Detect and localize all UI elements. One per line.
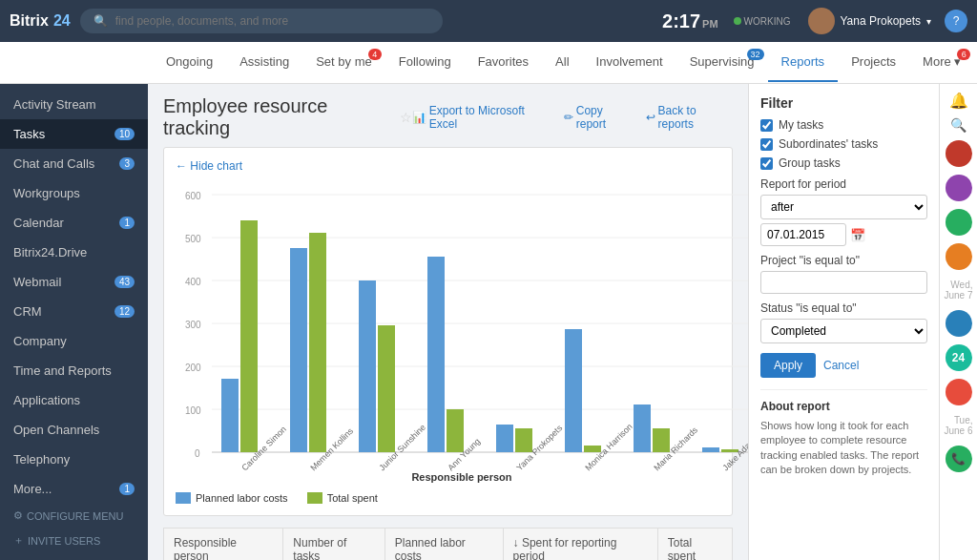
bar-planned-8 [702, 447, 719, 452]
activity-avatar-1 [946, 140, 972, 167]
sidebar-item-telephony[interactable]: Telephony [0, 445, 148, 474]
time-value: 2:17 [662, 10, 700, 32]
sidebar-chat-badge: 3 [119, 157, 135, 170]
tab-assisting[interactable]: Assisting [226, 43, 302, 82]
bar-planned-7 [634, 404, 651, 452]
search-bar[interactable]: 🔍 [80, 9, 443, 33]
group-tasks-checkbox[interactable] [760, 157, 773, 170]
bar-planned-5 [496, 425, 513, 452]
col-header-spent: ↓ Spent for reporting period [503, 529, 657, 561]
sidebar-item-company[interactable]: Company [0, 326, 148, 356]
user-info[interactable]: Yana Prokopets ▾ [808, 8, 932, 34]
sidebar-item-tasks[interactable]: Tasks 10 [0, 119, 148, 149]
col-header-total: Total spent [657, 529, 732, 561]
bitrix24-logo-small: 24 [946, 344, 972, 371]
sidebar-item-more[interactable]: More... 1 [0, 474, 148, 504]
tab-all[interactable]: All [542, 43, 582, 82]
search-icon-right[interactable]: 🔍 [950, 117, 967, 133]
activity-avatar-2 [946, 175, 972, 201]
legend-planned: Planned labor costs [176, 492, 288, 504]
tab-supervising[interactable]: Supervising32 [676, 43, 768, 82]
tab-ongoing[interactable]: Ongoing [153, 43, 226, 82]
group-tasks-label: Group tasks [779, 156, 841, 170]
bar-spent-7 [653, 428, 670, 452]
filter-title: Filter [760, 95, 927, 111]
configure-menu[interactable]: ⚙ CONFIGURE MENU [0, 504, 148, 528]
sidebar-item-applications[interactable]: Applications [0, 385, 148, 415]
help-button[interactable]: ? [945, 10, 967, 32]
sidebar-item-chat[interactable]: Chat and Calls 3 [0, 149, 148, 178]
tab-projects[interactable]: Projects [838, 43, 909, 82]
sidebar-item-time-reports[interactable]: Time and Reports [0, 356, 148, 385]
hide-chart-button[interactable]: ← Hide chart [176, 159, 720, 173]
filter-my-tasks[interactable]: My tasks [760, 118, 927, 132]
legend-spent-color [307, 492, 322, 504]
filter-subordinates-tasks[interactable]: Subordinates' tasks [760, 137, 927, 151]
export-excel-link[interactable]: 📊 Export to Microsoft Excel [412, 104, 552, 131]
working-label: WORKING [744, 16, 791, 27]
legend-planned-color [176, 492, 191, 504]
subordinates-tasks-checkbox[interactable] [760, 138, 773, 151]
calendar-icon[interactable]: 📅 [850, 228, 865, 242]
copy-icon: ✏ [564, 111, 573, 124]
bar-spent-1 [240, 220, 258, 452]
tab-set-by-me-badge: 4 [368, 49, 382, 60]
excel-icon: 📊 [412, 111, 426, 124]
project-label: Project "is equal to" [760, 254, 927, 267]
tab-favorites[interactable]: Favorites [465, 43, 542, 82]
bar-spent-3 [378, 325, 395, 452]
sidebar-item-activity-stream[interactable]: Activity Stream [0, 90, 148, 119]
cancel-button[interactable]: Cancel [823, 353, 859, 378]
phone-icon-circle[interactable]: 📞 [946, 446, 972, 472]
svg-text:Responsible person: Responsible person [411, 471, 511, 483]
sidebar-item-bitrix-drive[interactable]: Bitrix24.Drive [0, 238, 148, 267]
status-select[interactable]: Completed [760, 319, 927, 343]
copy-report-link[interactable]: ✏ Copy report [564, 104, 634, 131]
working-status: WORKING [734, 16, 791, 27]
topbar: Bitrix24 🔍 2:17PM WORKING Yana Prokopets… [0, 0, 977, 42]
chart-legend: Planned labor costs Total spent [176, 492, 720, 504]
svg-text:500: 500 [185, 234, 201, 244]
tab-more[interactable]: More ▾6 [909, 43, 974, 82]
tab-set-by-me[interactable]: Set by me4 [302, 43, 385, 82]
tab-following[interactable]: Following [385, 43, 465, 82]
avatar [808, 8, 835, 34]
date-label-1: Wed,June 7 [940, 278, 976, 302]
sidebar-item-open-channels[interactable]: Open Channels [0, 415, 148, 445]
filter-group-tasks[interactable]: Group tasks [760, 156, 927, 170]
invite-users[interactable]: ＋ INVITE USERS [0, 528, 148, 553]
project-input[interactable] [760, 271, 927, 294]
legend-spent-label: Total spent [327, 492, 378, 504]
tab-reports[interactable]: Reports [768, 43, 839, 82]
star-icon[interactable]: ☆ [400, 110, 412, 125]
about-report-title: About report [760, 400, 927, 413]
sidebar-tasks-badge: 10 [114, 128, 135, 140]
activity-avatar-6 [946, 379, 972, 405]
subordinates-tasks-label: Subordinates' tasks [779, 137, 878, 151]
apply-button[interactable]: Apply [760, 353, 816, 378]
date-input[interactable] [760, 223, 846, 246]
back-to-reports-link[interactable]: ↩ Back to reports [646, 104, 733, 131]
my-tasks-checkbox[interactable] [760, 119, 773, 132]
chart-wrapper: 0 100 200 300 400 500 600 [176, 180, 720, 504]
clock: 2:17PM [662, 10, 718, 32]
bell-icon[interactable]: 🔔 [949, 92, 968, 110]
period-select[interactable]: after [760, 195, 927, 219]
phone-icon: 📞 [951, 452, 966, 466]
col-header-planned: Planned labor costs [385, 529, 503, 561]
tab-more-badge: 6 [957, 49, 970, 60]
bar-planned-4 [427, 257, 445, 452]
sidebar-webmail-badge: 43 [114, 276, 135, 288]
sidebar-item-webmail[interactable]: Webmail 43 [0, 267, 148, 297]
sidebar-item-calendar[interactable]: Calendar 1 [0, 208, 148, 238]
tab-involvement[interactable]: Involvement [583, 43, 676, 82]
about-report: About report Shows how long it took for … [760, 389, 927, 478]
plus-icon: ＋ [13, 533, 24, 548]
sidebar-item-crm[interactable]: CRM 12 [0, 297, 148, 326]
page-actions: 📊 Export to Microsoft Excel ✏ Copy repor… [412, 104, 733, 131]
sidebar: Activity Stream Tasks 10 Chat and Calls … [0, 84, 148, 560]
svg-text:400: 400 [185, 277, 201, 287]
user-name: Yana Prokopets [841, 14, 922, 28]
sidebar-item-workgroups[interactable]: Workgroups [0, 178, 148, 208]
search-input[interactable] [115, 14, 429, 28]
